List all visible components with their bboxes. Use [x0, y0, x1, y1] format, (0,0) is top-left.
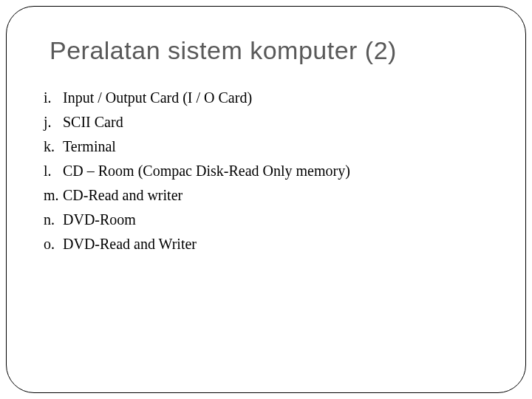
list-marker: j.: [44, 110, 63, 134]
content-list: i. Input / Output Card (I / O Card) j. S…: [44, 86, 488, 256]
slide-frame: Peralatan sistem komputer (2) i. Input /…: [6, 6, 526, 393]
list-marker: i.: [44, 86, 63, 110]
list-item: n. DVD-Room: [44, 208, 488, 232]
list-item: i. Input / Output Card (I / O Card): [44, 86, 488, 110]
list-text: DVD-Read and Writer: [63, 232, 197, 256]
list-marker: n.: [44, 208, 63, 232]
list-text: SCII Card: [63, 110, 123, 134]
list-text: Input / Output Card (I / O Card): [63, 86, 252, 110]
list-item: m. CD-Read and writer: [44, 183, 488, 208]
list-marker: m.: [44, 183, 63, 208]
list-item: o. DVD-Read and Writer: [44, 232, 488, 256]
list-marker: k.: [44, 134, 63, 159]
list-marker: l.: [44, 159, 63, 183]
list-item: k. Terminal: [44, 134, 488, 159]
list-marker: o.: [44, 232, 63, 256]
list-item: j. SCII Card: [44, 110, 488, 134]
list-text: Terminal: [63, 134, 116, 159]
list-text: DVD-Room: [63, 208, 136, 232]
list-text: CD – Room (Compac Disk-Read Only memory): [63, 159, 350, 183]
list-item: l. CD – Room (Compac Disk-Read Only memo…: [44, 159, 488, 183]
slide-title: Peralatan sistem komputer (2): [50, 36, 488, 65]
list-text: CD-Read and writer: [63, 183, 183, 208]
